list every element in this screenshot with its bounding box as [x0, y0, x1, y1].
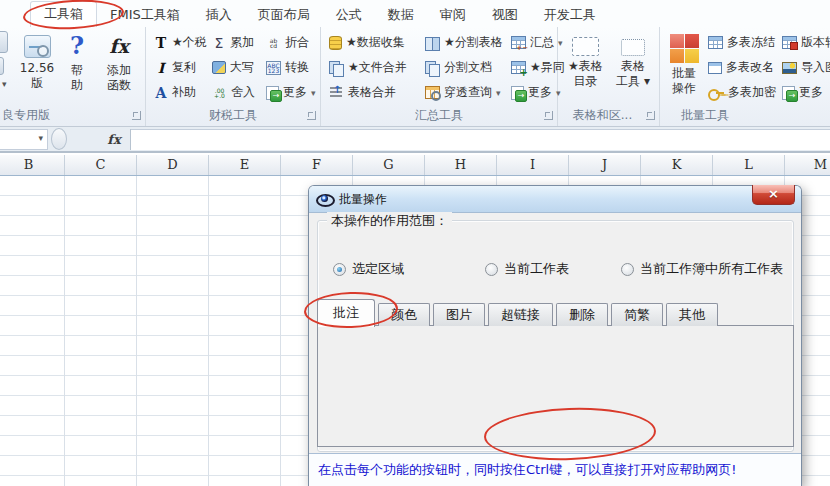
radio-selected-range[interactable]: 选定区域: [333, 260, 404, 278]
ribbon-group-tax: T★个税 Σ累加 ab cd折合 I复利 大写 ABC 123转换 A补助 .0…: [146, 27, 321, 126]
ribbon-group-tables: ★表格 目录 表格 工具 ▾ 表格和区...: [558, 27, 660, 126]
radio-all-sheets[interactable]: 当前工作簿中所有工作表: [621, 260, 783, 278]
ribbon-tab-fmis-toolbox[interactable]: FMIS工具箱: [97, 3, 193, 27]
diff-grid-icon: [511, 61, 526, 74]
more-page-arrow-icon: [266, 86, 279, 100]
dialog-tab-hyperlink[interactable]: 超链接: [488, 303, 553, 326]
group-label-batch: 批量工具: [660, 108, 750, 123]
decimal-rounding-icon: .00 +.0: [212, 88, 227, 98]
table-tools-button[interactable]: 表格 工具 ▾: [612, 30, 654, 108]
more-page-arrow-icon: [511, 86, 524, 100]
ribbon-group-exclusive: ▾ 12.56 版 ? 帮 助 fx 添加 函数 良专用版: [0, 27, 146, 126]
database-icon: [329, 36, 342, 50]
dialog-tab-comment[interactable]: 批注: [317, 299, 375, 327]
version-convert-button[interactable]: 版本转换: [780, 31, 830, 54]
version-button[interactable]: 12.56 版: [16, 30, 58, 108]
radio-icon: [333, 263, 346, 276]
clipped-icon: [0, 57, 4, 75]
column-header[interactable]: H: [425, 155, 497, 175]
name-box-dropdown-icon[interactable]: ▾: [38, 133, 43, 143]
ribbon-tab-page-layout[interactable]: 页面布局: [245, 3, 323, 27]
column-header[interactable]: L: [713, 155, 785, 175]
transform-button[interactable]: ABC 123转换: [264, 56, 311, 79]
ribbon-tab-review[interactable]: 审阅: [427, 3, 479, 27]
merge-files-button[interactable]: ★文件合并: [327, 56, 409, 79]
accumulate-button[interactable]: Σ累加: [210, 31, 256, 54]
clipped-icon: [0, 31, 8, 53]
summary-grid-icon: [511, 36, 526, 49]
close-button[interactable]: ×: [752, 185, 795, 205]
rounding-button[interactable]: .00 +.0舍入: [210, 81, 257, 104]
version-monitor-icon: [24, 35, 51, 58]
ribbon-tab-bar: 工具箱 FMIS工具箱 插入 页面布局 公式 数据 审阅 视图 开发工具: [0, 0, 830, 27]
column-header[interactable]: M: [785, 155, 830, 175]
merge-up-icon: [329, 86, 344, 99]
import-picture-button[interactable]: 导入图片: [780, 56, 830, 79]
ribbon-tab-insert[interactable]: 插入: [193, 3, 245, 27]
picture-icon: [782, 62, 797, 74]
dialog-tab-other[interactable]: 其他: [666, 303, 718, 326]
dialog-launcher-icon[interactable]: [646, 111, 655, 120]
column-header[interactable]: D: [137, 155, 209, 175]
split-document-button[interactable]: 分割文档: [423, 56, 494, 79]
dialog-title-bar[interactable]: 批量操作: [309, 186, 801, 213]
tax-more-button[interactable]: 更多: [264, 81, 318, 104]
column-header[interactable]: E: [209, 155, 281, 175]
column-header[interactable]: G: [353, 155, 425, 175]
window-icon: [708, 62, 722, 74]
clipped-dropdown-icon: ▾: [2, 79, 7, 89]
stacked-files-icon: [329, 61, 344, 75]
column-header[interactable]: I: [497, 155, 569, 175]
dialog-tab-simplified-traditional[interactable]: 简繁: [611, 303, 663, 326]
ribbon: ▾ 12.56 版 ? 帮 助 fx 添加 函数 良专用版 T★个税 Σ累加 a…: [0, 27, 830, 127]
key-icon: [708, 88, 724, 98]
column-header[interactable]: K: [641, 155, 713, 175]
personal-tax-button[interactable]: T★个税: [152, 31, 209, 54]
split-document-icon: [425, 61, 440, 75]
scope-groupbox-label: 本操作的作用范围：: [327, 212, 452, 230]
help-button[interactable]: ? 帮 助: [60, 30, 94, 108]
table-catalog-button[interactable]: ★表格 目录: [563, 30, 608, 108]
dialog-title: 批量操作: [339, 191, 387, 208]
formula-input[interactable]: [131, 129, 830, 150]
dialog-launcher-icon[interactable]: [132, 111, 141, 120]
column-header[interactable]: B: [0, 155, 65, 175]
batch-operations-button[interactable]: 批量 操作: [664, 30, 704, 108]
column-header[interactable]: C: [65, 155, 137, 175]
dialog-launcher-icon[interactable]: [544, 111, 553, 120]
column-header[interactable]: J: [569, 155, 641, 175]
multi-sheet-rename-button[interactable]: 多表改名: [706, 56, 776, 79]
name-box[interactable]: ▾: [0, 129, 48, 150]
add-function-button[interactable]: fx 添加 函数: [98, 30, 140, 108]
multi-sheet-encrypt-button[interactable]: 多表加密: [706, 81, 778, 104]
summary-more-button[interactable]: 更多: [509, 81, 563, 104]
compound-interest-button[interactable]: I复利: [152, 56, 198, 79]
insert-function-button[interactable]: fx: [100, 129, 128, 150]
dashed-table-icon: [572, 37, 599, 56]
version-convert-icon: [782, 36, 797, 49]
dialog-tab-delete[interactable]: 删除: [556, 303, 608, 326]
split-table-button[interactable]: ★分割表格: [423, 31, 505, 54]
multi-sheet-freeze-button[interactable]: 多表冻结: [706, 31, 777, 54]
batch-more-button[interactable]: 更多: [780, 81, 825, 104]
convert-currency-button[interactable]: ab cd折合: [264, 31, 311, 54]
dialog-tab-picture[interactable]: 图片: [433, 303, 485, 326]
ribbon-tab-data[interactable]: 数据: [375, 3, 427, 27]
summarize-button[interactable]: 汇总: [509, 31, 565, 54]
drill-query-button[interactable]: 穿透查询: [423, 81, 503, 104]
subsidy-button[interactable]: A补助: [152, 81, 198, 104]
dialog-tab-color[interactable]: 颜色: [378, 303, 430, 326]
radio-icon: [485, 263, 498, 276]
ribbon-tab-view[interactable]: 视图: [479, 3, 531, 27]
data-collect-button[interactable]: ★数据收集: [327, 31, 407, 54]
uppercase-button[interactable]: 大写: [210, 56, 256, 79]
ribbon-tab-formulas[interactable]: 公式: [323, 3, 375, 27]
query-magnifier-icon: [425, 86, 440, 99]
ribbon-tab-toolbox[interactable]: 工具箱: [30, 1, 97, 27]
ribbon-group-summary: ★数据收集 ★分割表格 汇总 ★文件合并 分割文档 ★异同 表格合并 穿透查询 …: [321, 27, 558, 126]
ribbon-tab-developer[interactable]: 开发工具: [531, 3, 609, 27]
dialog-launcher-icon[interactable]: [307, 111, 316, 120]
column-header[interactable]: F: [281, 155, 353, 175]
merge-tables-button[interactable]: 表格合并: [327, 81, 398, 104]
radio-current-sheet[interactable]: 当前工作表: [485, 260, 569, 278]
